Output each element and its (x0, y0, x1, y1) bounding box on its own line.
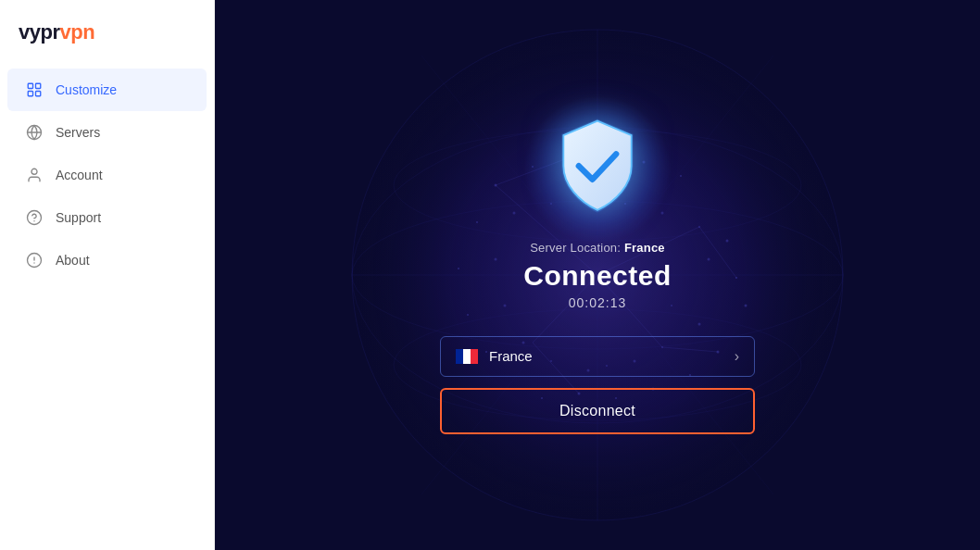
svg-rect-3 (36, 92, 41, 96)
main-content: Server Location: France Connected 00:02:… (215, 0, 980, 550)
customize-label: Customize (56, 82, 117, 97)
chevron-right-icon: › (735, 348, 739, 365)
sidebar: vyprvpn Customize S (0, 0, 215, 550)
country-left: France (456, 348, 533, 364)
vpn-status-panel: Server Location: France Connected 00:02:… (440, 117, 755, 434)
sidebar-item-customize[interactable]: Customize (7, 69, 207, 111)
svg-rect-1 (36, 83, 41, 88)
country-name: France (489, 348, 533, 364)
disconnect-button[interactable]: Disconnect (440, 388, 755, 434)
svg-point-7 (28, 211, 42, 225)
support-label: Support (56, 210, 101, 225)
servers-label: Servers (56, 125, 100, 140)
account-label: Account (56, 168, 103, 182)
sidebar-item-support[interactable]: Support (7, 196, 207, 239)
svg-point-6 (31, 169, 37, 174)
france-flag-icon (456, 349, 478, 364)
about-icon (26, 252, 43, 269)
logo-area: vyprvpn (0, 0, 214, 61)
shield-icon (547, 117, 648, 219)
about-label: About (56, 253, 90, 268)
connection-status: Connected (523, 260, 672, 292)
svg-rect-61 (463, 349, 471, 364)
nav-menu: Customize Servers Account (0, 61, 214, 281)
sidebar-item-servers[interactable]: Servers (7, 111, 207, 154)
country-selector[interactable]: France › (440, 336, 755, 377)
svg-rect-62 (471, 349, 478, 364)
account-icon (26, 167, 43, 183)
svg-rect-2 (28, 92, 32, 96)
app-logo: vyprvpn (19, 20, 94, 44)
sidebar-item-account[interactable]: Account (7, 154, 207, 196)
connection-timer: 00:02:13 (569, 295, 627, 310)
servers-icon (26, 124, 43, 141)
sidebar-item-about[interactable]: About (7, 239, 207, 281)
customize-icon (26, 81, 43, 98)
shield-container (547, 117, 648, 222)
svg-rect-0 (28, 83, 32, 88)
support-icon (26, 209, 43, 226)
svg-rect-60 (456, 349, 463, 364)
